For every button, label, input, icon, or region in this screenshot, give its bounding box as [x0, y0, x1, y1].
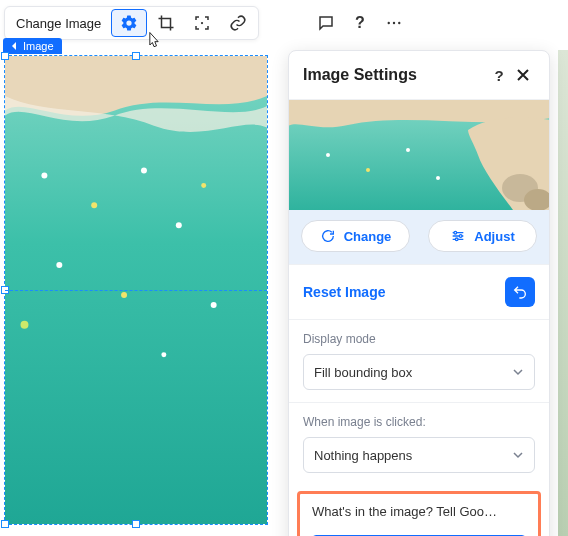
svg-point-7 — [141, 168, 147, 174]
reset-row: Reset Image — [289, 264, 549, 319]
svg-point-6 — [91, 202, 97, 208]
chevron-down-icon — [512, 366, 524, 378]
reset-image-link[interactable]: Reset Image — [303, 284, 505, 300]
display-mode-value: Fill bounding box — [314, 365, 512, 380]
undo-icon — [512, 284, 528, 300]
link-icon — [229, 14, 247, 32]
change-image-button[interactable]: Change Image — [8, 9, 109, 37]
comments-button[interactable] — [312, 9, 340, 37]
svg-point-18 — [326, 153, 330, 157]
change-image-label: Change Image — [16, 16, 101, 31]
refresh-icon — [320, 228, 336, 244]
question-icon: ? — [494, 67, 503, 84]
image-canvas-selection[interactable]: Image — [4, 55, 268, 525]
more-button[interactable] — [380, 9, 408, 37]
comment-icon — [317, 14, 335, 32]
display-mode-section: Display mode Fill bounding box — [289, 319, 549, 402]
focal-point-button[interactable] — [185, 9, 219, 37]
question-icon: ? — [355, 14, 365, 32]
svg-point-12 — [20, 321, 28, 329]
svg-point-9 — [201, 183, 206, 188]
svg-point-20 — [406, 148, 410, 152]
svg-point-1 — [388, 22, 390, 24]
svg-point-5 — [41, 173, 47, 179]
help-button[interactable]: ? — [346, 9, 374, 37]
svg-point-14 — [161, 352, 166, 357]
click-action-section: When image is clicked: Nothing happens — [289, 402, 549, 485]
link-button[interactable] — [221, 9, 255, 37]
panel-action-row: Change Adjust — [289, 210, 549, 264]
svg-point-3 — [398, 22, 400, 24]
adjust-button-label: Adjust — [474, 229, 514, 244]
svg-point-19 — [366, 168, 370, 172]
svg-point-23 — [460, 235, 463, 238]
more-icon — [385, 14, 403, 32]
click-action-label: When image is clicked: — [303, 415, 535, 429]
svg-point-13 — [211, 302, 217, 308]
gear-icon — [120, 14, 138, 32]
change-button[interactable]: Change — [301, 220, 410, 252]
alt-text-section: What's in the image? Tell Goo… — [297, 491, 541, 536]
focal-point-icon — [193, 14, 211, 32]
image-settings-panel: Image Settings ? — [288, 50, 550, 536]
svg-point-22 — [454, 231, 457, 234]
resize-handle[interactable] — [1, 520, 9, 528]
image-toolbar: Change Image — [4, 6, 259, 40]
center-guide — [5, 290, 267, 291]
image-preview — [289, 100, 549, 210]
resize-handle[interactable] — [132, 52, 140, 60]
preview-image — [289, 100, 549, 210]
svg-point-10 — [56, 262, 62, 268]
undo-button[interactable] — [505, 277, 535, 307]
svg-point-0 — [201, 22, 203, 24]
svg-point-2 — [393, 22, 395, 24]
chevron-down-icon — [512, 449, 524, 461]
selection-label-text: Image — [23, 40, 54, 52]
close-icon — [516, 68, 530, 82]
svg-point-21 — [436, 176, 440, 180]
adjust-button[interactable]: Adjust — [428, 220, 537, 252]
secondary-toolbar: ? — [312, 6, 408, 40]
resize-handle[interactable] — [1, 52, 9, 60]
crop-button[interactable] — [149, 9, 183, 37]
alt-text-label: What's in the image? Tell Goo… — [312, 504, 526, 519]
page-background-strip — [558, 50, 568, 536]
panel-header: Image Settings ? — [289, 51, 549, 100]
settings-button[interactable] — [111, 9, 147, 37]
display-mode-label: Display mode — [303, 332, 535, 346]
svg-point-11 — [121, 292, 127, 298]
change-button-label: Change — [344, 229, 392, 244]
panel-title: Image Settings — [303, 66, 487, 84]
adjust-icon — [450, 228, 466, 244]
click-action-value: Nothing happens — [314, 448, 512, 463]
click-action-select[interactable]: Nothing happens — [303, 437, 535, 473]
panel-help-button[interactable]: ? — [487, 63, 511, 87]
crop-icon — [157, 14, 175, 32]
svg-point-24 — [456, 238, 459, 241]
selection-label[interactable]: Image — [3, 38, 62, 54]
resize-handle[interactable] — [132, 520, 140, 528]
chevron-left-icon — [11, 42, 19, 50]
display-mode-select[interactable]: Fill bounding box — [303, 354, 535, 390]
svg-point-8 — [176, 222, 182, 228]
panel-close-button[interactable] — [511, 63, 535, 87]
